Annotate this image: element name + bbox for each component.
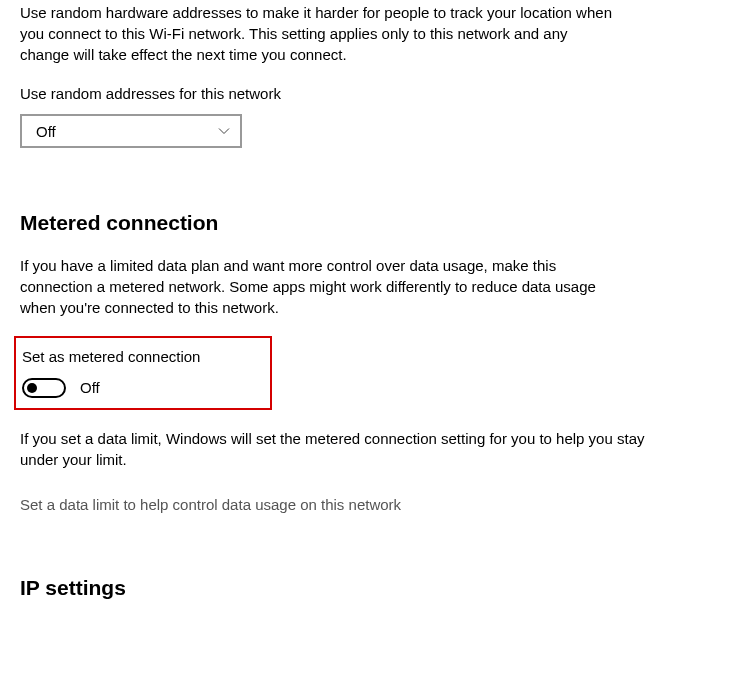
data-limit-link[interactable]: Set a data limit to help control data us… (20, 494, 715, 515)
random-hw-dropdown-value: Off (36, 121, 56, 142)
metered-heading: Metered connection (20, 208, 715, 237)
random-hw-label: Use random addresses for this network (20, 83, 715, 104)
metered-highlight: Set as metered connection Off (14, 336, 272, 410)
metered-description: If you have a limited data plan and want… (20, 255, 620, 318)
chevron-down-icon (218, 125, 230, 137)
metered-toggle-row: Off (20, 377, 260, 398)
random-hw-dropdown[interactable]: Off (20, 114, 242, 148)
metered-toggle-label: Set as metered connection (20, 346, 260, 367)
metered-helper-text: If you set a data limit, Windows will se… (20, 428, 670, 470)
toggle-knob-icon (27, 383, 37, 393)
ip-settings-heading: IP settings (20, 573, 715, 602)
metered-toggle-state: Off (80, 377, 100, 398)
metered-toggle[interactable] (22, 378, 66, 398)
random-hw-description: Use random hardware addresses to make it… (20, 2, 620, 65)
